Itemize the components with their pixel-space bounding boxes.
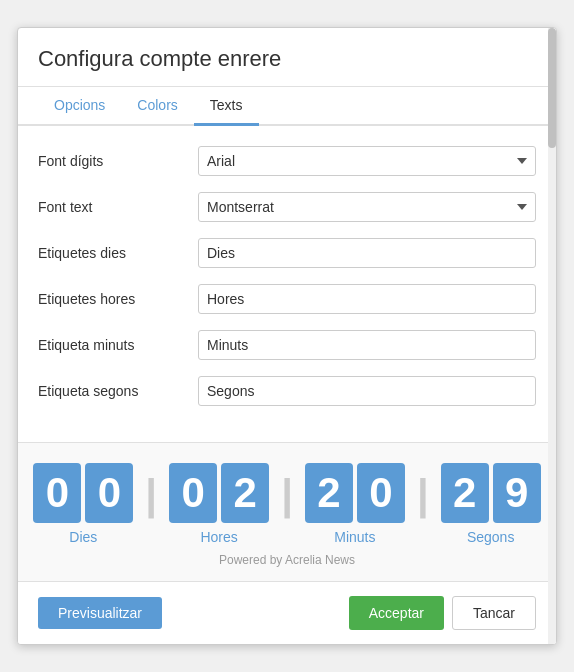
- accept-button[interactable]: Acceptar: [349, 596, 444, 630]
- digit-dies-0: 0: [33, 463, 81, 523]
- font-text-select[interactable]: Montserrat Arial Georgia Verdana: [198, 192, 536, 222]
- etiqueta-segons-input[interactable]: [198, 376, 536, 406]
- digit-minuts-0: 2: [305, 463, 353, 523]
- etiquetes-hores-input[interactable]: [198, 284, 536, 314]
- tab-colors[interactable]: Colors: [121, 87, 193, 126]
- digit-hores-0: 0: [169, 463, 217, 523]
- digit-hores-1: 2: [221, 463, 269, 523]
- digit-minuts-1: 0: [357, 463, 405, 523]
- preview-button[interactable]: Previsualitzar: [38, 597, 162, 629]
- etiqueta-minuts-control: [198, 330, 536, 360]
- form-row-font-digits: Font dígits Arial Montserrat Georgia Ver…: [38, 146, 536, 176]
- etiquetes-dies-input[interactable]: [198, 238, 536, 268]
- etiquetes-dies-label: Etiquetes dies: [38, 245, 198, 261]
- etiquetes-hores-control: [198, 284, 536, 314]
- countdown-label-hores: Hores: [200, 529, 237, 545]
- countdown-digits-hores: 0 2: [169, 463, 269, 523]
- form-row-etiqueta-minuts: Etiqueta minuts: [38, 330, 536, 360]
- form-row-font-text: Font text Montserrat Arial Georgia Verda…: [38, 192, 536, 222]
- footer-right: Acceptar Tancar: [349, 596, 536, 630]
- separator-2: |: [281, 471, 293, 539]
- form-row-etiquetes-hores: Etiquetes hores: [38, 284, 536, 314]
- font-digits-label: Font dígits: [38, 153, 198, 169]
- dialog: Configura compte enrere Opcions Colors T…: [17, 27, 557, 645]
- countdown-unit-minuts: 2 0 Minuts: [305, 463, 405, 545]
- font-text-label: Font text: [38, 199, 198, 215]
- font-digits-control: Arial Montserrat Georgia Verdana: [198, 146, 536, 176]
- cancel-button[interactable]: Tancar: [452, 596, 536, 630]
- countdown-unit-segons: 2 9 Segons: [441, 463, 541, 545]
- dialog-title: Configura compte enrere: [18, 28, 556, 87]
- form-row-etiqueta-segons: Etiqueta segons: [38, 376, 536, 406]
- etiqueta-minuts-label: Etiqueta minuts: [38, 337, 198, 353]
- countdown-label-segons: Segons: [467, 529, 514, 545]
- digit-segons-0: 2: [441, 463, 489, 523]
- countdown-unit-hores: 0 2 Hores: [169, 463, 269, 545]
- countdown-label-minuts: Minuts: [334, 529, 375, 545]
- countdown-digits-segons: 2 9: [441, 463, 541, 523]
- tab-texts[interactable]: Texts: [194, 87, 259, 126]
- countdown-digits-dies: 0 0: [33, 463, 133, 523]
- digit-dies-1: 0: [85, 463, 133, 523]
- countdown: 0 0 Dies | 0 2 Hores | 2 0: [38, 463, 536, 545]
- scrollbar-track: [548, 28, 556, 644]
- tabs: Opcions Colors Texts: [18, 87, 556, 126]
- etiquetes-dies-control: [198, 238, 536, 268]
- etiqueta-segons-control: [198, 376, 536, 406]
- separator-3: |: [417, 471, 429, 539]
- etiqueta-minuts-input[interactable]: [198, 330, 536, 360]
- font-digits-select[interactable]: Arial Montserrat Georgia Verdana: [198, 146, 536, 176]
- powered-by: Powered by Acrelia News: [38, 553, 536, 567]
- separator-1: |: [145, 471, 157, 539]
- digit-segons-1: 9: [493, 463, 541, 523]
- content-area: Font dígits Arial Montserrat Georgia Ver…: [18, 126, 556, 442]
- countdown-label-dies: Dies: [69, 529, 97, 545]
- etiqueta-segons-label: Etiqueta segons: [38, 383, 198, 399]
- countdown-digits-minuts: 2 0: [305, 463, 405, 523]
- countdown-unit-dies: 0 0 Dies: [33, 463, 133, 545]
- preview-area: 0 0 Dies | 0 2 Hores | 2 0: [18, 442, 556, 581]
- scrollbar-thumb[interactable]: [548, 28, 556, 148]
- form-row-etiquetes-dies: Etiquetes dies: [38, 238, 536, 268]
- dialog-footer: Previsualitzar Acceptar Tancar: [18, 581, 556, 644]
- tab-opcions[interactable]: Opcions: [38, 87, 121, 126]
- etiquetes-hores-label: Etiquetes hores: [38, 291, 198, 307]
- font-text-control: Montserrat Arial Georgia Verdana: [198, 192, 536, 222]
